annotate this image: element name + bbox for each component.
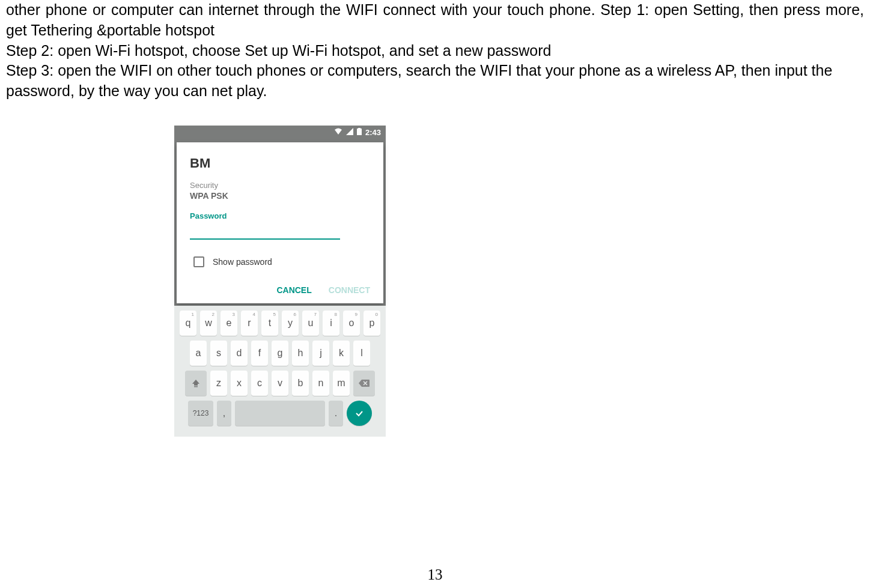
key-a[interactable]: a — [190, 341, 207, 366]
key-y[interactable]: y6 — [282, 311, 299, 336]
page-number: 13 — [0, 566, 870, 583]
key-m[interactable]: m — [333, 371, 350, 396]
key-z[interactable]: z — [210, 371, 227, 396]
show-password-label: Show password — [213, 257, 272, 267]
doc-paragraph-1: other phone or computer can internet thr… — [6, 0, 864, 41]
key-g[interactable]: g — [272, 341, 288, 366]
key-n[interactable]: n — [312, 371, 329, 396]
status-bar: 2:43 — [174, 126, 386, 140]
key-c[interactable]: c — [251, 371, 268, 396]
phone-screenshot: 2:43 BM Security WPA PSK Password Show p… — [174, 126, 386, 437]
cancel-button[interactable]: CANCEL — [276, 285, 311, 295]
key-u[interactable]: u7 — [302, 311, 319, 336]
key-x[interactable]: x — [231, 371, 248, 396]
key-e[interactable]: e3 — [221, 311, 237, 336]
key-b[interactable]: b — [292, 371, 309, 396]
doc-paragraph-2: Step 2: open Wi-Fi hotspot, choose Set u… — [6, 41, 864, 61]
shift-key[interactable] — [185, 371, 207, 396]
password-input[interactable] — [190, 222, 340, 240]
key-i[interactable]: i8 — [323, 311, 339, 336]
signal-icon — [346, 128, 353, 137]
key-o[interactable]: o9 — [343, 311, 360, 336]
svg-rect-0 — [357, 129, 362, 135]
key-w[interactable]: w2 — [200, 311, 217, 336]
connect-button[interactable]: CONNECT — [329, 285, 370, 295]
wifi-connect-dialog: BM Security WPA PSK Password Show passwo… — [177, 142, 383, 303]
key-d[interactable]: d — [231, 341, 248, 366]
key-s[interactable]: s — [210, 341, 227, 366]
key-q[interactable]: q1 — [180, 311, 196, 336]
key-p[interactable]: p0 — [364, 311, 380, 336]
symbols-key[interactable]: ?123 — [188, 401, 213, 426]
backspace-key[interactable] — [353, 371, 375, 396]
svg-rect-1 — [358, 128, 360, 129]
comma-key[interactable]: , — [217, 401, 231, 426]
key-l[interactable]: l — [353, 341, 370, 366]
enter-key[interactable] — [347, 401, 372, 426]
wifi-icon — [334, 128, 342, 137]
key-r[interactable]: r4 — [241, 311, 258, 336]
show-password-checkbox[interactable] — [193, 256, 204, 267]
password-label: Password — [190, 211, 370, 220]
on-screen-keyboard: q1w2e3r4t5y6u7i8o9p0 asdfghjkl zxcvbnm ?… — [174, 306, 386, 437]
security-label: Security — [190, 181, 370, 190]
dialog-title: BM — [190, 156, 370, 171]
security-value: WPA PSK — [190, 191, 370, 201]
battery-icon — [357, 128, 362, 137]
key-k[interactable]: k — [333, 341, 350, 366]
key-v[interactable]: v — [272, 371, 288, 396]
svg-point-3 — [354, 408, 364, 418]
key-j[interactable]: j — [312, 341, 329, 366]
key-f[interactable]: f — [251, 341, 268, 366]
status-time: 2:43 — [365, 128, 381, 137]
key-h[interactable]: h — [292, 341, 309, 366]
key-t[interactable]: t5 — [261, 311, 278, 336]
svg-rect-2 — [194, 386, 198, 387]
period-key[interactable]: . — [329, 401, 343, 426]
spacebar-key[interactable] — [235, 401, 325, 426]
doc-paragraph-3: Step 3: open the WIFI on other touch pho… — [6, 61, 864, 102]
